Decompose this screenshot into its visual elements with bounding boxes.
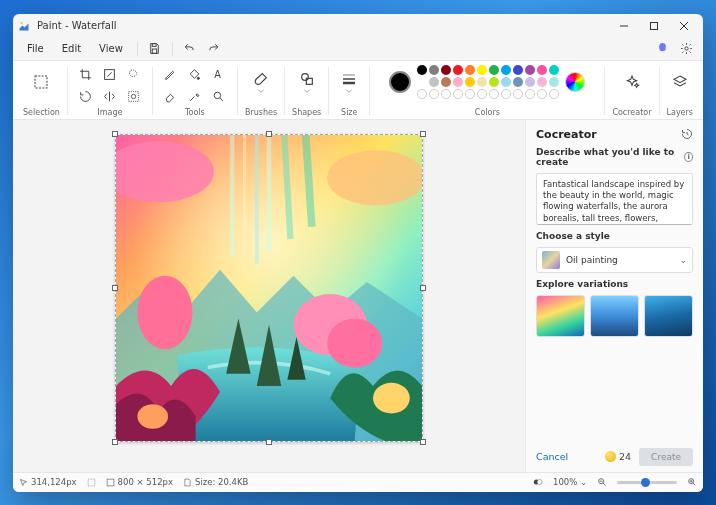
- color-swatch[interactable]: [441, 65, 451, 75]
- resize-handle[interactable]: [266, 439, 272, 445]
- variation-thumb[interactable]: [590, 295, 639, 337]
- create-button[interactable]: Create: [639, 448, 693, 466]
- resize-tool[interactable]: [99, 65, 121, 85]
- zoom-in-button[interactable]: [687, 477, 697, 487]
- color-swatch-empty[interactable]: [429, 89, 439, 99]
- group-label: Layers: [667, 108, 693, 117]
- prompt-input[interactable]: [536, 173, 693, 225]
- fill-tool[interactable]: [184, 65, 206, 85]
- color-swatch[interactable]: [525, 77, 535, 87]
- color-swatch[interactable]: [453, 65, 463, 75]
- freeform-select-tool[interactable]: [123, 65, 145, 85]
- menu-edit[interactable]: Edit: [54, 41, 89, 56]
- color-swatch[interactable]: [549, 77, 559, 87]
- canvas[interactable]: [115, 134, 423, 442]
- color-swatch[interactable]: [501, 65, 511, 75]
- variation-thumb[interactable]: [536, 295, 585, 337]
- color-swatch[interactable]: [417, 65, 427, 75]
- color-swatch[interactable]: [489, 65, 499, 75]
- color-swatch[interactable]: [501, 77, 511, 87]
- color-swatch[interactable]: [417, 77, 427, 87]
- close-button[interactable]: [669, 15, 699, 37]
- style-thumb: [542, 251, 560, 269]
- minimize-button[interactable]: [609, 15, 639, 37]
- color-swatch-empty[interactable]: [417, 89, 427, 99]
- remove-bg-tool[interactable]: [123, 87, 145, 107]
- cocreator-button[interactable]: [619, 65, 645, 99]
- color-swatch-empty[interactable]: [489, 89, 499, 99]
- svg-text:A: A: [215, 69, 222, 80]
- save-button[interactable]: [144, 39, 166, 59]
- color-swatch[interactable]: [477, 65, 487, 75]
- info-icon[interactable]: i: [684, 152, 693, 162]
- color-swatch[interactable]: [429, 77, 439, 87]
- color-swatch[interactable]: [477, 77, 487, 87]
- color-swatch[interactable]: [513, 77, 523, 87]
- picker-tool[interactable]: [184, 87, 206, 107]
- svg-rect-10: [129, 92, 139, 102]
- resize-handle[interactable]: [112, 131, 118, 137]
- color-wheel-icon[interactable]: [565, 72, 585, 92]
- color-swatch[interactable]: [549, 65, 559, 75]
- color-swatch[interactable]: [489, 77, 499, 87]
- crop-tool[interactable]: [75, 65, 97, 85]
- variations-row: [536, 295, 693, 337]
- color-swatch-empty[interactable]: [549, 89, 559, 99]
- size-tool[interactable]: [336, 65, 362, 99]
- color-swatch[interactable]: [513, 65, 523, 75]
- color-swatch-empty[interactable]: [501, 89, 511, 99]
- variation-thumb[interactable]: [644, 295, 693, 337]
- color-swatch-empty[interactable]: [453, 89, 463, 99]
- menu-file[interactable]: File: [19, 41, 52, 56]
- color-swatch[interactable]: [525, 65, 535, 75]
- text-tool[interactable]: A: [208, 65, 230, 85]
- brush-tool[interactable]: [248, 65, 274, 99]
- color-swatch-empty[interactable]: [537, 89, 547, 99]
- menu-view[interactable]: View: [91, 41, 131, 56]
- color-swatch[interactable]: [465, 77, 475, 87]
- color-swatch-empty[interactable]: [513, 89, 523, 99]
- magnifier-tool[interactable]: [208, 87, 230, 107]
- canvas-area[interactable]: [13, 120, 525, 472]
- resize-handle[interactable]: [420, 439, 426, 445]
- color-mode-icon[interactable]: [533, 477, 543, 487]
- color-swatch-empty[interactable]: [465, 89, 475, 99]
- group-shapes: Shapes: [288, 65, 325, 117]
- resize-handle[interactable]: [112, 285, 118, 291]
- current-color[interactable]: [389, 71, 411, 93]
- eraser-tool[interactable]: [160, 87, 182, 107]
- copilot-icon[interactable]: [651, 39, 673, 59]
- history-icon[interactable]: [681, 128, 693, 140]
- cancel-button[interactable]: Cancel: [536, 451, 568, 462]
- zoom-out-button[interactable]: [597, 477, 607, 487]
- color-swatch-empty[interactable]: [441, 89, 451, 99]
- svg-rect-6: [153, 49, 157, 53]
- settings-button[interactable]: [675, 39, 697, 59]
- flip-tool[interactable]: [99, 87, 121, 107]
- chevron-down-icon[interactable]: ⌄: [580, 478, 587, 487]
- color-swatch[interactable]: [441, 77, 451, 87]
- zoom-slider[interactable]: [617, 481, 677, 484]
- group-layers: Layers: [663, 65, 697, 117]
- color-swatch[interactable]: [429, 65, 439, 75]
- style-dropdown[interactable]: Oil painting ⌄: [536, 247, 693, 273]
- color-swatch-empty[interactable]: [477, 89, 487, 99]
- color-swatch-empty[interactable]: [525, 89, 535, 99]
- resize-handle[interactable]: [420, 131, 426, 137]
- undo-button[interactable]: [179, 39, 201, 59]
- color-swatch[interactable]: [537, 65, 547, 75]
- svg-rect-35: [88, 479, 95, 486]
- resize-handle[interactable]: [420, 285, 426, 291]
- color-swatch[interactable]: [465, 65, 475, 75]
- pencil-tool[interactable]: [160, 65, 182, 85]
- select-tool[interactable]: [28, 65, 54, 99]
- layers-button[interactable]: [667, 65, 693, 99]
- shapes-tool[interactable]: [294, 65, 320, 99]
- maximize-button[interactable]: [639, 15, 669, 37]
- redo-button[interactable]: [203, 39, 225, 59]
- resize-handle[interactable]: [266, 131, 272, 137]
- color-swatch[interactable]: [453, 77, 463, 87]
- color-swatch[interactable]: [537, 77, 547, 87]
- resize-handle[interactable]: [112, 439, 118, 445]
- rotate-tool[interactable]: [75, 87, 97, 107]
